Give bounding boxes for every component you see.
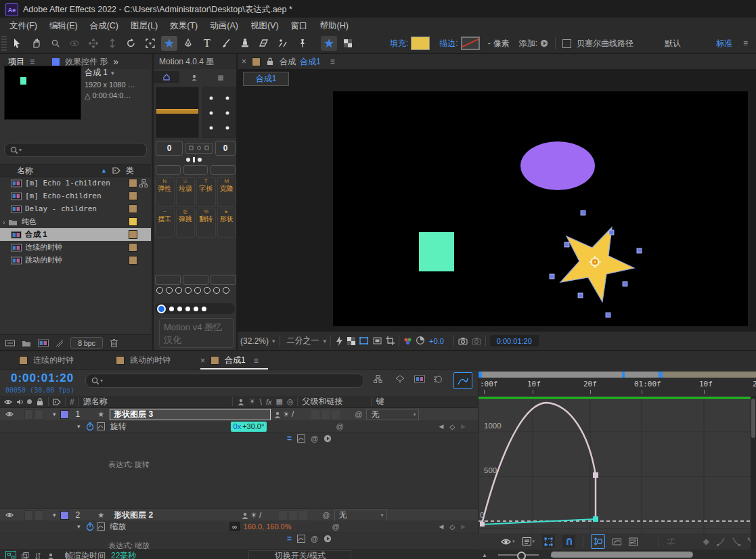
exposure-value[interactable]: +0.0 [429, 337, 444, 345]
eraser-tool[interactable] [256, 36, 272, 51]
motion-value-field-1[interactable]: 0 [156, 141, 183, 156]
preview-time-display[interactable]: 0:00:01:20 [490, 335, 539, 346]
rotation-property-row[interactable]: ▾ 旋转 0x +30.0° @ ◀ ◇ ▶ [0, 420, 478, 433]
layer-switch-box[interactable] [321, 410, 330, 419]
layer-switch-box[interactable] [35, 409, 43, 420]
graph-type-menu-icon[interactable]: ▾ [522, 537, 535, 545]
blur-column-icon[interactable]: ▦ [275, 397, 282, 406]
layer-switch-box[interactable] [24, 510, 33, 520]
item-label-swatch[interactable] [129, 243, 137, 252]
fx-column-icon[interactable]: fx [266, 398, 272, 406]
layer-shy-icon[interactable] [241, 512, 248, 519]
item-label-swatch[interactable] [129, 204, 137, 213]
zoom-slider-knob[interactable] [517, 552, 526, 559]
ease-in-icon[interactable] [732, 537, 740, 546]
region-of-interest-icon[interactable] [373, 336, 382, 345]
expression-pickwhip-icon[interactable]: @ [311, 535, 318, 543]
easy-ease-icon[interactable] [717, 537, 725, 546]
property-expand-icon[interactable]: ▾ [77, 423, 81, 430]
comp-panel-menu-icon[interactable]: ≡ [330, 57, 335, 66]
draft-3d-icon[interactable] [395, 375, 405, 384]
scale-property-row[interactable]: ▾ 缩放 ∞ 160.0, 160.0% @ ◀ ◇ ▶ [0, 520, 478, 533]
brush-tool[interactable] [218, 36, 234, 51]
lock-column-icon[interactable] [36, 398, 44, 406]
motion-blur-icon[interactable] [433, 375, 443, 384]
stroke-label[interactable]: 描边: [439, 38, 458, 49]
property-pickwhip-icon[interactable]: @ [332, 522, 339, 531]
motion-button-flip[interactable]: %翻转 [196, 208, 216, 238]
project-item-selected[interactable]: 合成 1 [0, 228, 151, 241]
motion-mid-buttons[interactable] [185, 143, 213, 154]
motion-panel-tab[interactable]: Motion 4.0.4 墨 [154, 54, 238, 69]
fill-color-swatch[interactable] [411, 37, 430, 50]
item-label-swatch[interactable] [129, 179, 137, 187]
curve-keyframe[interactable] [480, 522, 485, 527]
add-label[interactable]: 添加: [519, 38, 537, 49]
green-square-shape[interactable] [419, 232, 454, 271]
item-label-swatch[interactable] [129, 256, 137, 265]
stroke-color-swatch[interactable] [461, 37, 480, 50]
project-item[interactable]: 跳动的时钟 [0, 254, 151, 267]
expression-pickwhip-icon[interactable]: @ [311, 434, 318, 443]
fill-label[interactable]: 填充: [390, 38, 408, 49]
parent-dropdown[interactable]: 无 ▾ [334, 510, 387, 521]
project-item-folder[interactable]: › 纯色 [0, 215, 151, 228]
motion-button-textbreak[interactable]: T字拆 [196, 177, 216, 207]
layer-color-swatch[interactable] [60, 511, 69, 520]
snapshot-icon[interactable] [458, 337, 468, 345]
next-keyframe-icon[interactable]: ▶ [461, 523, 466, 530]
layer-switch-box[interactable] [24, 409, 33, 420]
label-column-icon[interactable] [53, 398, 61, 406]
transform-box-icon[interactable] [542, 535, 555, 548]
mask-visibility-icon[interactable] [359, 336, 369, 345]
motion-button-shape[interactable]: ▸形状 [217, 208, 237, 238]
user-icon[interactable] [47, 552, 54, 559]
graph-editor[interactable]: 1000 500 0 [478, 396, 751, 533]
pen-tool[interactable] [180, 36, 196, 51]
scale-keyframe[interactable] [593, 516, 598, 522]
prev-keyframe-icon[interactable]: ◀ [439, 423, 443, 430]
fast-preview-icon[interactable] [335, 336, 343, 346]
zoom-out-icon[interactable]: ▲ [482, 552, 487, 558]
layer-quality-icon[interactable]: ☀ [250, 511, 257, 520]
layer-expand-icon[interactable]: ▾ [53, 411, 56, 418]
motion-home-tab[interactable] [154, 71, 179, 83]
time-ruler[interactable]: :00f 10f 20f 01:00f 10f 2 [478, 370, 756, 396]
interpret-footage-icon[interactable] [5, 339, 15, 347]
property-expand-icon[interactable]: ▾ [77, 523, 81, 530]
layer-switch-box[interactable] [311, 410, 319, 419]
fit-selection-icon[interactable] [613, 537, 621, 546]
new-folder-icon[interactable] [22, 339, 31, 347]
separate-dimensions-icon[interactable] [667, 537, 675, 545]
parent-link-column[interactable]: 父级和链接 [302, 396, 342, 407]
show-snapshot-icon[interactable] [472, 337, 481, 345]
shape-tool-active[interactable] [161, 36, 177, 51]
add-menu-icon[interactable] [540, 39, 548, 47]
timeline-search-box[interactable]: ▾ [85, 374, 364, 388]
shy-column-icon[interactable] [237, 398, 245, 406]
sort-icon[interactable]: ▲ [101, 167, 107, 174]
sort-arrows-icon[interactable] [35, 552, 41, 559]
project-item[interactable]: [m] Echo 1-children [0, 177, 151, 189]
timeline-tab-clock1[interactable]: 连续的时钟 [33, 355, 74, 366]
expression-enable-icon[interactable]: = [287, 534, 292, 543]
layer-switch-box[interactable] [299, 511, 307, 520]
trash-icon[interactable] [110, 338, 118, 347]
project-item[interactable]: Delay - children [0, 202, 151, 215]
pan-camera-tool[interactable] [85, 36, 102, 51]
horizontal-scrollbar[interactable] [551, 552, 693, 558]
layer-switch-box[interactable] [35, 510, 43, 520]
property-pickwhip-icon[interactable]: @ [336, 422, 343, 430]
timeline-vertical-scrollbar[interactable] [751, 396, 756, 550]
comp-tab-close-icon[interactable]: × [242, 57, 246, 66]
snap-magnet-icon[interactable] [562, 535, 575, 548]
expand-arrow-icon[interactable]: › [3, 218, 5, 226]
add-keyframe-icon[interactable]: ◇ [449, 523, 455, 531]
rotation-property-label[interactable]: 旋转 [110, 421, 127, 432]
adjust-icon[interactable] [55, 339, 64, 347]
bpc-button[interactable]: 8 bpc [70, 337, 103, 349]
layer-expand-icon[interactable]: ▾ [53, 512, 56, 518]
magnification-dropdown[interactable]: (32.2%)▾ [240, 336, 275, 346]
rotation-value-chip[interactable]: 0x +30.0° [231, 422, 267, 432]
layer-row-2[interactable]: ▾ 2 ★ 形状图层 2 ☀ / @ 无 ▾ [0, 508, 478, 522]
